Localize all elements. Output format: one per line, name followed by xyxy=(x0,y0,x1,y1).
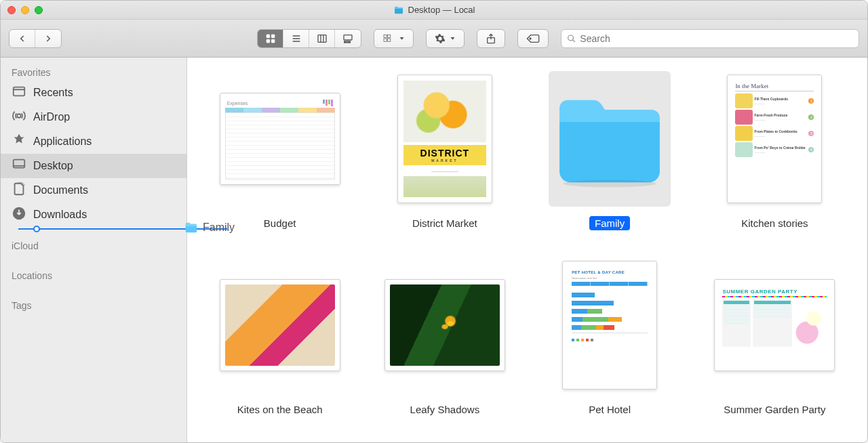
traffic-lights xyxy=(7,6,43,14)
sidebar-item-desktop[interactable]: Desktop xyxy=(1,154,186,178)
svg-rect-0 xyxy=(267,35,270,38)
svg-rect-28 xyxy=(14,160,25,168)
file-item[interactable]: SUMMER GARDEN PARTY Summer Garden Party xyxy=(703,257,847,417)
search-icon xyxy=(567,34,576,43)
share-button[interactable] xyxy=(477,29,505,48)
sidebar-item-label: Desktop xyxy=(33,160,73,172)
svg-point-23 xyxy=(568,35,574,40)
svg-rect-13 xyxy=(349,41,350,43)
drop-indicator: Family xyxy=(18,228,227,230)
recents-icon xyxy=(12,84,26,102)
svg-rect-16 xyxy=(384,39,387,41)
svg-rect-17 xyxy=(388,39,391,41)
share-icon xyxy=(486,33,496,45)
column-view-button[interactable] xyxy=(309,30,335,47)
tag-icon xyxy=(526,34,540,43)
sidebar-item-label: Downloads xyxy=(33,209,87,221)
svg-rect-1 xyxy=(271,35,275,38)
back-button[interactable] xyxy=(9,30,35,47)
svg-rect-10 xyxy=(344,35,352,39)
file-thumbnail[interactable]: SUMMER GARDEN PARTY xyxy=(713,257,835,393)
nav-back-forward xyxy=(9,29,62,48)
svg-point-22 xyxy=(530,38,531,39)
sidebar-item-documents[interactable]: Documents xyxy=(1,178,186,203)
list-view-button[interactable] xyxy=(283,30,309,47)
file-item[interactable]: In the MarketFill Them Cupboards――――1Far… xyxy=(703,71,847,230)
svg-marker-19 xyxy=(451,37,455,40)
file-label[interactable]: Leafy Shadows xyxy=(405,402,486,417)
gallery-view-button[interactable] xyxy=(335,30,361,47)
chevron-down-icon xyxy=(450,35,456,41)
sidebar-header-favorites: Favorites xyxy=(1,63,186,81)
folder-icon xyxy=(184,220,199,235)
file-label[interactable]: Pet Hotel xyxy=(583,402,636,417)
window-title-text: Desktop — Local xyxy=(408,5,475,15)
file-thumbnail[interactable]: Expenses xyxy=(219,71,341,207)
sidebar-item-recents[interactable]: Recents xyxy=(1,81,186,105)
file-item[interactable]: Leafy Shadows xyxy=(372,257,517,417)
file-label[interactable]: District Market xyxy=(407,216,483,230)
icon-view-button[interactable] xyxy=(258,30,283,47)
svg-rect-15 xyxy=(388,35,391,37)
applications-icon xyxy=(12,133,26,150)
sidebar-item-downloads[interactable]: Downloads xyxy=(1,203,186,227)
sidebar-header-tags: Tags xyxy=(1,296,186,314)
svg-point-31 xyxy=(563,180,656,188)
search-field[interactable] xyxy=(561,29,859,48)
toolbar xyxy=(1,20,867,58)
file-label[interactable]: Kitchen stories xyxy=(736,216,813,230)
sidebar-item-applications[interactable]: Applications xyxy=(1,129,186,154)
content-area[interactable]: Expenses Budget DISTRICTMARKET ―――――――― … xyxy=(187,58,867,442)
file-item[interactable]: PET HOTEL & DAY CARE Reservation time li… xyxy=(538,257,682,417)
svg-point-27 xyxy=(17,114,21,118)
svg-line-24 xyxy=(572,39,574,41)
svg-rect-12 xyxy=(347,41,348,43)
svg-marker-18 xyxy=(400,37,404,40)
airdrop-icon xyxy=(12,108,26,126)
search-input[interactable] xyxy=(580,33,853,44)
svg-rect-7 xyxy=(318,35,326,42)
file-thumbnail[interactable] xyxy=(219,257,341,393)
sidebar-item-label: Recents xyxy=(33,87,73,99)
file-thumbnail[interactable]: In the MarketFill Them Cupboards――――1Far… xyxy=(713,71,835,207)
documents-icon xyxy=(12,182,26,199)
file-item[interactable]: DISTRICTMARKET ―――――――― District Market xyxy=(372,71,517,230)
sidebar-item-airdrop[interactable]: AirDrop xyxy=(1,105,186,129)
grid-icon xyxy=(382,34,395,43)
sidebar-header-icloud: iCloud xyxy=(1,236,186,254)
svg-rect-2 xyxy=(267,39,270,43)
file-item[interactable]: Kites on the Beach xyxy=(208,257,352,417)
file-grid: Expenses Budget DISTRICTMARKET ―――――――― … xyxy=(208,71,847,417)
action-menu-button[interactable] xyxy=(426,29,465,48)
file-label[interactable]: Kites on the Beach xyxy=(232,402,328,417)
forward-button[interactable] xyxy=(35,30,61,47)
sidebar-header-locations: Locations xyxy=(1,266,186,284)
svg-rect-11 xyxy=(344,41,346,43)
file-thumbnail[interactable] xyxy=(549,71,671,207)
file-label[interactable]: Budget xyxy=(258,216,302,230)
file-item[interactable]: Family xyxy=(538,71,682,230)
folder-icon xyxy=(393,5,404,16)
gear-icon xyxy=(435,33,446,44)
file-thumbnail[interactable] xyxy=(384,257,506,393)
group-by-button[interactable] xyxy=(374,29,414,48)
file-label[interactable]: Family xyxy=(589,216,630,230)
chevron-down-icon xyxy=(399,35,405,41)
downloads-icon xyxy=(12,206,26,224)
sidebar: Favorites Recents AirDrop Applications D… xyxy=(1,58,187,442)
file-thumbnail[interactable]: PET HOTEL & DAY CARE Reservation time li… xyxy=(549,257,671,393)
close-window-button[interactable] xyxy=(7,6,16,14)
drag-ghost: Family xyxy=(184,220,235,235)
sidebar-item-label: Documents xyxy=(33,184,88,196)
file-thumbnail[interactable]: DISTRICTMARKET ―――――――― xyxy=(384,71,506,207)
view-switcher xyxy=(257,29,361,48)
svg-rect-25 xyxy=(14,87,25,96)
window-title: Desktop — Local xyxy=(393,5,475,16)
zoom-window-button[interactable] xyxy=(35,6,43,14)
tags-button[interactable] xyxy=(517,29,549,48)
minimize-window-button[interactable] xyxy=(21,6,29,14)
svg-rect-14 xyxy=(384,35,387,37)
file-item[interactable]: Expenses Budget xyxy=(208,71,352,230)
folder-icon xyxy=(550,88,669,190)
file-label[interactable]: Summer Garden Party xyxy=(718,402,831,417)
